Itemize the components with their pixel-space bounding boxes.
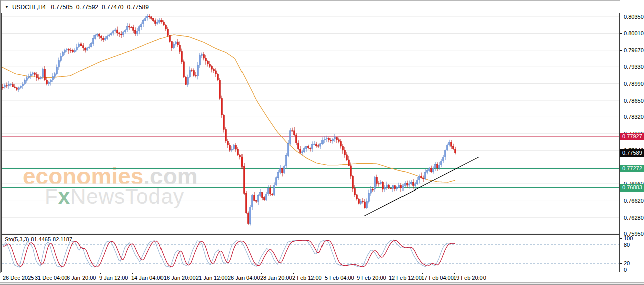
symbol-timeframe-label: USDCHF,H4 (12, 4, 46, 11)
time-axis-label: 28 Jan 20:00 (260, 275, 292, 281)
price-axis[interactable]: 0.803500.800100.796700.793300.789900.786… (620, 0, 644, 282)
time-axis-tick (261, 273, 262, 274)
price-axis-label: 0.80010 (624, 30, 644, 36)
time-axis-tick (132, 273, 133, 274)
quote-low: 0.77470 (102, 4, 123, 11)
price-axis-tick (620, 101, 622, 101)
time-axis-label: 9 Feb 20:00 (357, 275, 386, 281)
quote-open: 0.77505 (51, 4, 72, 11)
time-axis-label: 26 Dec 2025 (3, 275, 34, 281)
sto-axis-tick (620, 245, 622, 245)
window-bottom-edge (0, 282, 644, 285)
sto-axis-tick (620, 263, 622, 264)
price-axis-label: 0.76280 (624, 215, 644, 221)
price-axis-tick (620, 67, 622, 67)
mt4-chart-window: ▼ USDCHF,H4 0.77505 0.77592 0.77470 0.77… (0, 0, 644, 285)
time-axis-label: 31 Dec 04:00 (35, 275, 67, 281)
price-badge-current-price: 0.77589 (620, 149, 644, 157)
time-axis-tick (229, 273, 229, 274)
time-axis-tick (36, 273, 36, 274)
price-badge-resistance-level: 0.77927 (620, 133, 644, 140)
time-axis-label: 17 Feb 04:00 (421, 275, 454, 281)
sto-axis-tick (620, 238, 622, 239)
sto-axis-label: 20 (624, 260, 630, 266)
sto-axis-label: 0 (624, 267, 627, 273)
time-axis-label: 19 Feb 20:00 (453, 275, 486, 281)
time-axis-label: 9 Jan 12:00 (99, 275, 128, 281)
chevron-down-icon[interactable]: ▼ (5, 5, 9, 9)
time-axis-tick (390, 273, 390, 274)
price-chart-panel[interactable]: economies.com FxNewsToday (1, 13, 620, 235)
time-axis-tick (293, 273, 294, 274)
time-axis-label: 26 Jan 04:00 (228, 275, 260, 281)
time-axis-tick (454, 273, 455, 274)
price-axis-label: 0.79670 (624, 47, 644, 53)
time-axis-label: 14 Jan 04:00 (131, 275, 164, 281)
quote-high: 0.77592 (76, 4, 98, 11)
price-axis-tick (620, 201, 622, 201)
price-axis-label: 0.78320 (624, 114, 644, 120)
indicator-label: Sto(5,3,3)81.446582.1187 (5, 236, 74, 242)
time-axis-tick (197, 273, 197, 274)
candlestick-chart[interactable] (2, 13, 619, 234)
sto-axis-label: 100 (624, 235, 633, 241)
price-axis-tick (620, 50, 622, 51)
time-axis-label: 6 Jan 20:00 (67, 275, 96, 281)
time-axis-label: 12 Feb 12:00 (389, 275, 422, 281)
time-axis-label: 16 Jan 20:00 (164, 275, 196, 281)
quote-close: 0.77589 (127, 4, 148, 11)
price-badge-support-level: 0.76883 (620, 184, 644, 192)
time-axis-tick (422, 273, 423, 274)
time-axis-tick (100, 273, 101, 274)
price-axis-tick (620, 84, 622, 84)
chart-title-bar: ▼ USDCHF,H4 0.77505 0.77592 0.77470 0.77… (1, 1, 644, 13)
indicator-signal-value: 82.1187 (53, 236, 72, 242)
price-axis-label: 0.78990 (624, 81, 644, 87)
time-axis-tick (68, 273, 68, 274)
indicator-name: Sto(5,3,3) (5, 236, 29, 242)
stochastic-chart[interactable] (2, 235, 619, 272)
time-axis[interactable]: 26 Dec 202531 Dec 04:006 Jan 20:009 Jan … (0, 273, 620, 282)
price-axis-label: 0.78650 (624, 98, 644, 104)
price-axis-tick (620, 234, 622, 234)
price-axis-tick (620, 117, 622, 117)
price-axis-tick (620, 218, 622, 218)
price-axis-label: 0.80350 (624, 14, 644, 20)
time-axis-tick (4, 273, 4, 274)
price-badge-support-level: 0.77272 (620, 165, 644, 172)
price-axis-label: 0.76620 (624, 198, 644, 204)
indicator-main-value: 81.4465 (31, 236, 51, 242)
time-axis-label: 5 Feb 04:00 (325, 275, 354, 281)
price-axis-label: 0.79330 (624, 64, 644, 70)
time-axis-label: 2 Feb 12:00 (292, 275, 322, 281)
sto-axis-label: 80 (624, 242, 630, 248)
time-axis-tick (165, 273, 165, 274)
time-axis-label: 21 Jan 12:00 (196, 275, 228, 281)
price-axis-tick (620, 17, 622, 17)
time-axis-tick (326, 273, 326, 274)
sto-axis-tick (620, 270, 622, 270)
stochastic-panel[interactable]: Sto(5,3,3)81.446582.1187 (1, 235, 620, 272)
time-axis-tick (358, 273, 358, 274)
price-axis-tick (620, 33, 622, 34)
